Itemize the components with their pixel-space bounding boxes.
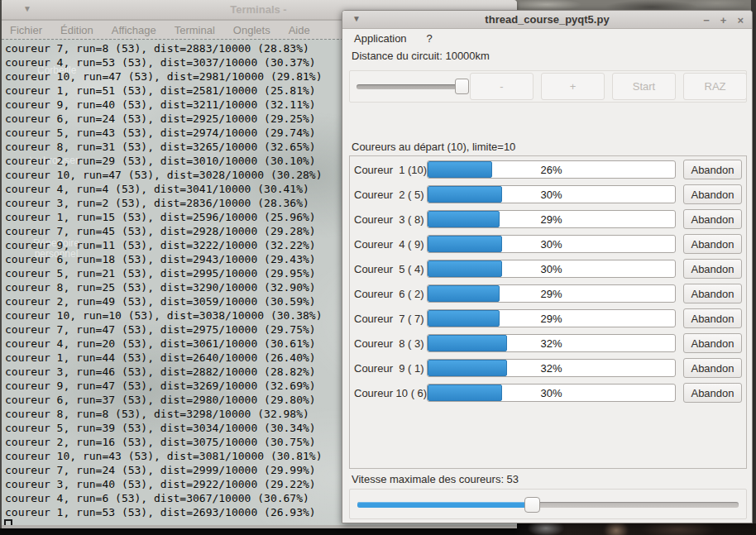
progress-value: 29%	[428, 211, 675, 227]
coureur-progressbar: 29%	[427, 309, 676, 327]
progress-value: 26%	[428, 161, 675, 178]
coureur-progressbar: 30%	[427, 260, 676, 278]
vitesse-slider[interactable]	[357, 496, 739, 513]
progress-value: 30%	[428, 236, 675, 252]
menu-affichage[interactable]: Affichage	[112, 24, 156, 36]
coureurs-label: Coureurs au départ (10), limite=10	[352, 141, 515, 153]
coureur-progressbar: 30%	[427, 235, 676, 253]
menu-terminal[interactable]: Terminal	[175, 24, 215, 36]
close-button[interactable]: ×	[737, 14, 744, 26]
app-window: ▼ thread_course_pyqt5.py − + × Applicati…	[342, 10, 753, 523]
coureur-progressbar: 30%	[427, 185, 676, 203]
window-menu-arrow-icon[interactable]: ▼	[352, 14, 361, 23]
coureur-row: Coureur 5 ( 4) 30% Abandon	[350, 259, 746, 279]
progress-value: 32%	[428, 335, 675, 351]
coureur-row: Coureur 6 ( 2) 29% Abandon	[350, 284, 746, 303]
abandon-button[interactable]: Abandon	[683, 284, 742, 303]
coureur-row: Coureur 1 (10) 26% Abandon	[350, 160, 746, 179]
minus-button[interactable]: -	[470, 73, 534, 100]
vitesse-label: Vitesse maximale des coureurs: 53	[352, 473, 519, 485]
abandon-button[interactable]: Abandon	[683, 209, 742, 229]
circuit-slider-handle[interactable]	[455, 79, 469, 94]
coureur-label: Coureur 3 ( 8)	[354, 213, 427, 226]
controls-panel: - + Start RAZ	[349, 70, 747, 103]
coureur-row: Coureur 2 ( 5) 30% Abandon	[350, 184, 746, 204]
coureur-progressbar: 26%	[427, 160, 676, 179]
abandon-button[interactable]: Abandon	[683, 383, 742, 403]
coureur-row: Coureur 4 ( 9) 30% Abandon	[350, 234, 746, 254]
coureur-progressbar: 30%	[427, 384, 676, 402]
start-button[interactable]: Start	[612, 73, 676, 100]
progress-value: 30%	[428, 260, 675, 277]
coureurs-frame: Coureur 1 (10) 26% Abandon Coureur 2 ( 5…	[349, 155, 747, 469]
coureur-progressbar: 32%	[427, 334, 676, 352]
coureur-progressbar: 32%	[427, 359, 676, 377]
coureur-row: Coureur 8 ( 3) 32% Abandon	[350, 333, 746, 353]
coureur-row: Coureur 7 ( 7) 29% Abandon	[350, 308, 746, 328]
coureur-row: Coureur 9 ( 1) 32% Abandon	[350, 358, 746, 378]
coureur-label: Coureur 4 ( 9)	[354, 238, 427, 251]
abandon-button[interactable]: Abandon	[683, 308, 742, 328]
abandon-button[interactable]: Abandon	[683, 333, 742, 353]
progress-value: 30%	[428, 186, 675, 203]
abandon-button[interactable]: Abandon	[683, 234, 742, 254]
raz-button[interactable]: RAZ	[683, 73, 747, 100]
coureur-row: Coureur 10 ( 6) 30% Abandon	[350, 383, 746, 403]
coureur-label: Coureur 6 ( 2)	[354, 288, 427, 300]
progress-value: 30%	[428, 385, 675, 401]
minimize-button[interactable]: −	[703, 14, 710, 26]
progress-value: 29%	[428, 310, 675, 327]
abandon-button[interactable]: Abandon	[683, 184, 742, 204]
vitesse-slider-handle[interactable]	[524, 497, 540, 513]
progress-value: 32%	[428, 360, 675, 376]
maximize-button[interactable]: +	[720, 14, 727, 26]
coureur-label: Coureur 7 ( 7)	[354, 313, 427, 325]
window-menu-arrow-icon[interactable]: ▼	[23, 4, 31, 13]
app-menubar: Application ?	[342, 29, 752, 48]
app-title: thread_course_pyqt5.py	[485, 13, 609, 26]
menu-application[interactable]: Application	[346, 30, 415, 47]
coureur-row: Coureur 3 ( 8) 29% Abandon	[350, 209, 746, 229]
coureur-label: Coureur 8 ( 3)	[354, 337, 427, 350]
abandon-button[interactable]: Abandon	[683, 160, 742, 179]
terminal-title: Terminals -	[230, 3, 286, 16]
abandon-button[interactable]: Abandon	[683, 259, 742, 279]
coureur-label: Coureur 1 (10)	[354, 164, 427, 176]
distance-label: Distance du circuit: 10000km	[352, 50, 490, 62]
menu-edition[interactable]: Édition	[60, 24, 93, 36]
abandon-button[interactable]: Abandon	[683, 358, 742, 378]
coureur-progressbar: 29%	[427, 284, 676, 303]
coureur-label: Coureur 2 ( 5)	[354, 189, 427, 201]
plus-button[interactable]: +	[541, 73, 605, 100]
circuit-slider[interactable]	[356, 79, 462, 95]
terminal-cursor	[4, 519, 12, 525]
menu-fichier[interactable]: Fichier	[10, 24, 42, 36]
progress-value: 29%	[428, 285, 675, 302]
coureur-progressbar: 29%	[427, 210, 676, 228]
coureur-label: Coureur 5 ( 4)	[354, 263, 427, 275]
app-titlebar[interactable]: ▼ thread_course_pyqt5.py − + ×	[342, 11, 752, 29]
menu-onglets[interactable]: Onglets	[233, 24, 270, 36]
menu-help[interactable]: ?	[419, 30, 441, 47]
coureur-label: Coureur 10 ( 6)	[354, 387, 427, 399]
coureur-label: Coureur 9 ( 1)	[354, 362, 427, 375]
menu-aide[interactable]: Aide	[289, 24, 310, 36]
vitesse-panel	[349, 489, 747, 519]
